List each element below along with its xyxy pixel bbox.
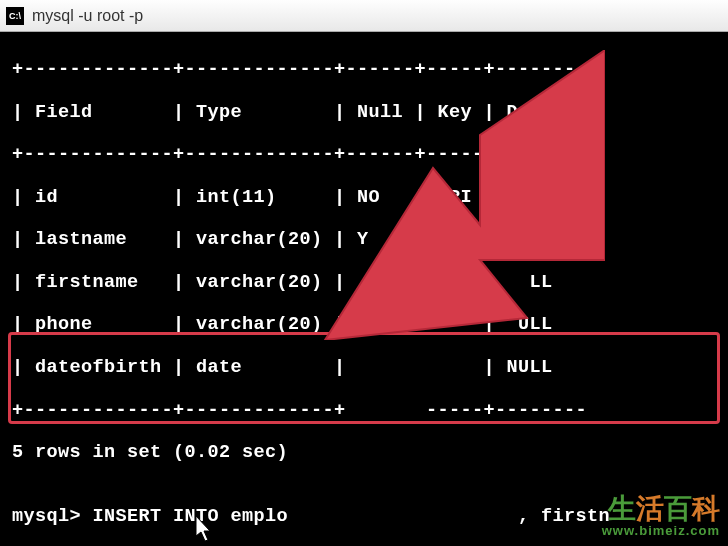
table-row: | lastname | varchar(20) | Y | LL (12, 229, 728, 250)
watermark-text: 生活百科 (602, 495, 720, 523)
table-border: +-------------+-------------+ -----+----… (12, 400, 728, 421)
cmd-icon: C:\ (6, 7, 24, 25)
watermark: 生活百科 www.bimeiz.com (602, 495, 720, 538)
table-row: | firstname | varchar(20) | | LL (12, 272, 728, 293)
table-row: | dateofbirth | date | | NULL (12, 357, 728, 378)
table-row: | id | int(11) | NO | PRI | NULL (12, 187, 728, 208)
table-border: +-------------+-------------+------+----… (12, 144, 728, 165)
table-border: +-------------+-------------+------+----… (12, 59, 728, 80)
window-title: mysql -u root -p (32, 7, 143, 25)
table-header: | Field | Type | Null | Key | Default (12, 102, 728, 123)
table-row: | phone | varchar(20) | | ULL (12, 314, 728, 335)
window-titlebar: C:\ mysql -u root -p (0, 0, 728, 32)
result-summary: 5 rows in set (0.02 sec) (12, 442, 728, 463)
watermark-url: www.bimeiz.com (602, 523, 720, 538)
terminal-output[interactable]: +-------------+-------------+------+----… (0, 32, 728, 546)
